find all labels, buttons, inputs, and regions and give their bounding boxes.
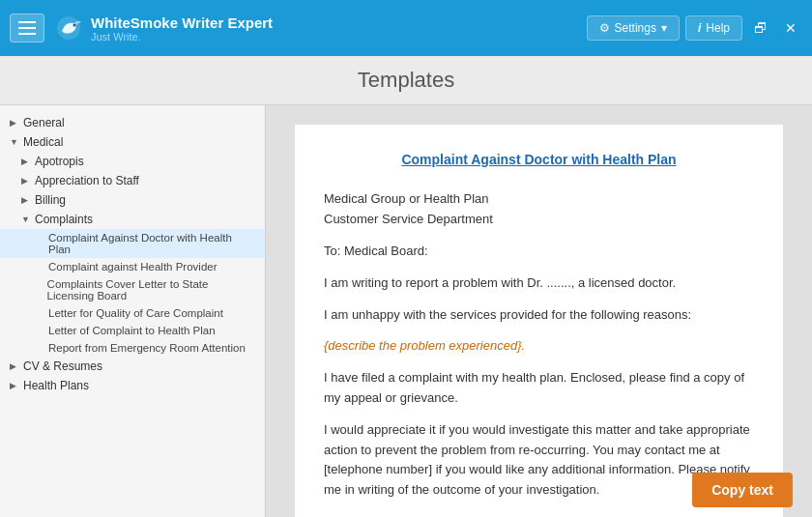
sidebar-item-complaint-doctor[interactable]: Complaint Against Doctor with Health Pla…	[0, 229, 265, 258]
sidebar-item-cv-resumes[interactable]: ▶CV & Resumes	[0, 357, 265, 376]
document-scroll[interactable]: Complaint Against Doctor with Health Pla…	[266, 105, 812, 517]
sidebar: ▶General▼Medical▶Apotropis▶Appreciation …	[0, 105, 266, 517]
sidebar-item-apotropis[interactable]: ▶Apotropis	[0, 152, 265, 171]
doc-highlight-text: {describe the problem experienced}.	[324, 338, 525, 353]
document-title: Complaint Against Doctor with Health Pla…	[324, 149, 754, 170]
document-area: Complaint Against Doctor with Health Pla…	[266, 105, 812, 517]
main-area: Templates ▶General▼Medical▶Apotropis▶App…	[0, 56, 812, 517]
sidebar-item-billing[interactable]: ▶Billing	[0, 190, 265, 210]
title-bar: WhiteSmoke Writer Expert Just Write. ⚙ S…	[0, 0, 812, 56]
tree-arrow-icon: ▶	[10, 361, 19, 371]
sidebar-item-complaints[interactable]: ▼Complaints	[0, 210, 265, 229]
sidebar-item-label: Apotropis	[35, 155, 84, 168]
logo-text: WhiteSmoke Writer Expert Just Write.	[91, 14, 273, 43]
app-name: WhiteSmoke Writer Expert	[91, 14, 273, 31]
sidebar-item-report-emergency[interactable]: Report from Emergency Room Attention	[0, 339, 265, 357]
sidebar-item-letter-complaint[interactable]: Letter of Complaint to Health Plan	[0, 322, 265, 339]
sidebar-item-label: Complaints Cover Letter to State Licensi…	[47, 278, 257, 302]
sidebar-item-health-plans[interactable]: ▶Health Plans	[0, 376, 265, 395]
copy-button-container: Copy text	[692, 473, 793, 507]
info-icon: i	[698, 21, 701, 35]
tree-arrow-icon: ▶	[21, 157, 31, 166]
doc-paragraph-p4b: {describe the problem experienced}.	[324, 336, 754, 357]
doc-paragraph-p3: I am writing to report a problem with Dr…	[324, 273, 754, 294]
doc-paragraph-p2: To: Medical Board:	[324, 242, 754, 262]
sidebar-item-label: Complaint against Health Provider	[48, 261, 218, 273]
sidebar-item-general[interactable]: ▶General	[0, 113, 265, 132]
sidebar-item-label: Letter of Complaint to Health Plan	[48, 325, 216, 336]
sidebar-item-label: Letter for Quality of Care Complaint	[48, 307, 223, 319]
content-area: ▶General▼Medical▶Apotropis▶Appreciation …	[0, 105, 812, 517]
close-button[interactable]: ✕	[779, 16, 802, 40]
page-title: Templates	[0, 56, 812, 105]
app-tagline: Just Write.	[91, 31, 273, 43]
sidebar-item-label: CV & Resumes	[23, 359, 102, 373]
tree-arrow-icon: ▼	[10, 137, 19, 147]
sidebar-item-label: Complaint Against Doctor with Health Pla…	[48, 232, 257, 255]
sidebar-item-label: Report from Emergency Room Attention	[48, 342, 246, 354]
help-button[interactable]: i Help	[685, 15, 742, 41]
doc-paragraph-p1: Medical Group or Health PlanCustomer Ser…	[324, 189, 754, 230]
sidebar-item-label: Health Plans	[23, 379, 89, 392]
tree-arrow-icon: ▶	[10, 381, 19, 390]
sidebar-item-label: Medical	[23, 135, 63, 149]
sidebar-item-label: General	[23, 116, 65, 129]
sidebar-item-appreciation[interactable]: ▶Appreciation to Staff	[0, 171, 265, 190]
doc-paragraph-p4a: I am unhappy with the services provided …	[324, 305, 754, 326]
tree-arrow-icon: ▼	[21, 215, 31, 224]
document-content: Complaint Against Doctor with Health Pla…	[295, 125, 783, 517]
logo-icon	[54, 14, 83, 43]
sidebar-item-label: Appreciation to Staff	[35, 174, 139, 187]
tree-arrow-icon: ▶	[10, 118, 19, 128]
sidebar-item-complaint-health[interactable]: Complaint against Health Provider	[0, 258, 265, 275]
settings-dropdown-icon: ▾	[661, 21, 667, 35]
sidebar-item-letter-quality[interactable]: Letter for Quality of Care Complaint	[0, 304, 265, 322]
doc-paragraph-p5: I have filed a complaint with my health …	[324, 368, 754, 409]
gear-icon: ⚙	[599, 21, 610, 35]
doc-paragraph-p6: I would appreciate it if you would inves…	[324, 420, 754, 501]
hamburger-button[interactable]	[10, 14, 44, 43]
svg-point-1	[73, 24, 76, 27]
sidebar-item-label: Billing	[35, 193, 66, 207]
sidebar-scroll[interactable]: ▶General▼Medical▶Apotropis▶Appreciation …	[0, 105, 265, 517]
copy-text-button[interactable]: Copy text	[692, 473, 793, 507]
tree-arrow-icon: ▶	[21, 176, 31, 186]
tree-arrow-icon: ▶	[21, 195, 31, 205]
logo-area: WhiteSmoke Writer Expert Just Write.	[54, 14, 273, 43]
sidebar-item-label: Complaints	[35, 213, 93, 226]
restore-button[interactable]: 🗗	[748, 16, 773, 40]
sidebar-item-complaints-cover[interactable]: Complaints Cover Letter to State Licensi…	[0, 275, 265, 304]
settings-button[interactable]: ⚙ Settings ▾	[587, 15, 680, 41]
sidebar-item-medical[interactable]: ▼Medical	[0, 132, 265, 152]
